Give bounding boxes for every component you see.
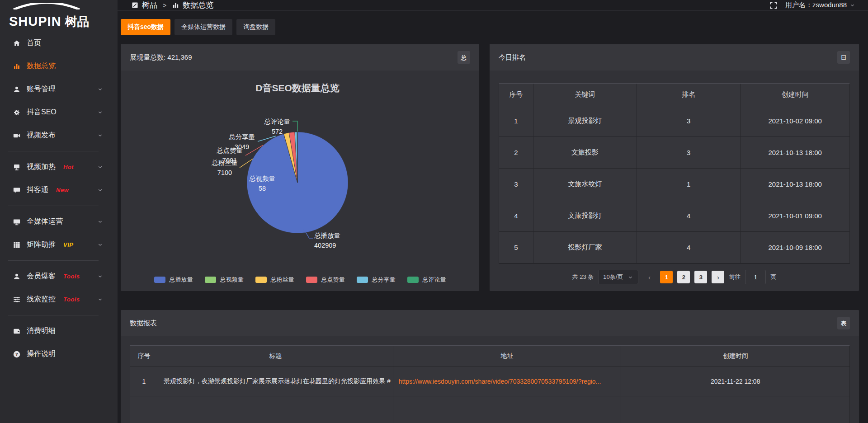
goto-label: 前往 xyxy=(729,273,741,281)
home-icon xyxy=(13,39,21,47)
breadcrumb-separator: > xyxy=(163,2,166,9)
report-col-创建时间: 创建时间 xyxy=(621,346,849,367)
legend-item-总分享量[interactable]: 总分享量 xyxy=(357,276,396,284)
report-title: 数据报表 xyxy=(130,319,157,328)
sidebar-badge: New xyxy=(56,187,69,193)
day-view-button[interactable]: 日 xyxy=(837,51,850,64)
ranking-col-序号: 序号 xyxy=(499,84,533,106)
report-cell-url: https://www.iesdouyin.com/share/video/70… xyxy=(393,367,622,396)
sidebar-item-label: 抖音SEO xyxy=(27,108,57,117)
legend-item-总播放量[interactable]: 总播放量 xyxy=(154,276,193,284)
sidebar-item-label: 账号管理 xyxy=(27,85,56,94)
menu-divider xyxy=(8,151,99,151)
ranking-cell: 文旅水纹灯 xyxy=(533,169,637,200)
logo-text-cn: 树品 xyxy=(65,16,90,28)
tab-抖音seo数据[interactable]: 抖音seo数据 xyxy=(121,19,170,35)
user-menu[interactable]: 用户名：zswodun88 xyxy=(785,1,855,9)
ranking-col-排名: 排名 xyxy=(637,84,741,106)
overview-total-label: 展现量总数: 421,369 xyxy=(130,53,192,62)
chat-icon xyxy=(13,186,21,194)
breadcrumb-item-数据总览[interactable]: 数据总览 xyxy=(172,0,213,10)
sidebar-item-label: 数据总览 xyxy=(27,61,56,71)
sidebar-badge: Tools xyxy=(63,296,80,303)
legend-item-总评论量[interactable]: 总评论量 xyxy=(407,276,446,284)
topbar: 树品>数据总览 用户名：zswodun88 xyxy=(118,0,868,11)
sidebar-item-线索监控[interactable]: 线索监控Tools xyxy=(0,288,118,311)
chevron-down-icon xyxy=(97,86,103,92)
sidebar-item-数据总览[interactable]: 数据总览 xyxy=(0,55,118,78)
report-cell-empty xyxy=(621,396,849,423)
breadcrumb-label: 数据总览 xyxy=(183,0,213,10)
sidebar-item-首页[interactable]: 首页 xyxy=(0,32,118,55)
sidebar-item-label: 线索监控 xyxy=(27,295,56,304)
heat-icon xyxy=(13,163,21,171)
sidebar-item-label: 操作说明 xyxy=(27,349,56,359)
pie-chart-area: D音SEO数据量总览总播放量402909总视频量58总粉丝量7100总点赞量76… xyxy=(121,70,479,291)
chevron-down-icon xyxy=(97,219,103,225)
sidebar-item-label: 首页 xyxy=(27,38,41,48)
ranking-cell: 2021-10-01 09:00 xyxy=(741,200,849,232)
report-panel-header: 数据报表 表 xyxy=(121,310,859,336)
ranking-cell: 2 xyxy=(499,137,533,169)
sidebar-item-label: 全媒体运营 xyxy=(27,217,63,226)
sidebar-item-矩阵助推[interactable]: 矩阵助推VIP xyxy=(0,233,118,256)
report-cell-time: 2021-11-22 12:08 xyxy=(621,367,849,396)
page-button-2[interactable]: 2 xyxy=(677,271,690,283)
logo-text-en: SHUPIN xyxy=(9,15,61,28)
legend-label: 总分享量 xyxy=(372,276,396,284)
legend-swatch xyxy=(255,277,267,283)
overview-panel: 展现量总数: 421,369 总 D音SEO数据量总览总播放量402909总视频… xyxy=(121,44,479,291)
sidebar-item-全媒体运营[interactable]: 全媒体运营 xyxy=(0,210,118,233)
page-button-3[interactable]: 3 xyxy=(694,271,707,283)
user-icon xyxy=(13,85,21,94)
legend-item-总粉丝量[interactable]: 总粉丝量 xyxy=(255,276,294,284)
video-icon xyxy=(13,132,21,140)
overview-panel-header: 展现量总数: 421,369 总 xyxy=(121,44,479,70)
tab-询盘数据[interactable]: 询盘数据 xyxy=(236,19,275,35)
ranking-cell: 投影灯厂家 xyxy=(533,232,637,263)
ranking-cell: 2021-10-13 18:00 xyxy=(741,137,849,169)
legend-label: 总点赞量 xyxy=(321,276,345,284)
chevron-down-icon xyxy=(849,2,855,8)
sidebar-item-账号管理[interactable]: 账号管理 xyxy=(0,78,118,101)
sidebar-item-抖音SEO[interactable]: 抖音SEO xyxy=(0,101,118,124)
breadcrumb-label: 树品 xyxy=(142,0,157,10)
page-size-select[interactable]: 10条/页 xyxy=(598,270,638,284)
pie-label-value-总播放量: 402909 xyxy=(314,242,336,249)
sidebar-item-视频发布[interactable]: 视频发布 xyxy=(0,124,118,147)
prev-page-button[interactable]: ‹ xyxy=(643,271,656,283)
goto-page-input[interactable] xyxy=(745,270,766,284)
pie-label-value-总粉丝量: 7100 xyxy=(217,169,232,176)
sidebar-item-操作说明[interactable]: ?操作说明 xyxy=(0,343,118,366)
sidebar-item-抖客通[interactable]: 抖客通New xyxy=(0,179,118,202)
pie-label-value-总视频量: 58 xyxy=(259,185,266,192)
video-link[interactable]: https://www.iesdouyin.com/share/video/70… xyxy=(399,378,601,385)
sidebar-item-label: 消费明细 xyxy=(27,326,56,336)
breadcrumb-item-树品[interactable]: 树品 xyxy=(131,0,157,10)
table-view-button[interactable]: 表 xyxy=(837,317,850,329)
chart-legend: 总播放量总视频量总粉丝量总点赞量总分享量总评论量 xyxy=(121,276,479,284)
edit-square-icon xyxy=(131,1,139,9)
ranking-cell: 4 xyxy=(637,200,741,232)
sidebar-item-视频加热[interactable]: 视频加热Hot xyxy=(0,155,118,179)
app-logo[interactable]: SHUPIN 树品 xyxy=(0,0,118,31)
sidebar-item-会员爆客[interactable]: 会员爆客Tools xyxy=(0,265,118,288)
ranking-cell: 2021-10-13 18:00 xyxy=(741,169,849,200)
report-cell-empty xyxy=(130,396,158,423)
ranking-cell: 4 xyxy=(637,232,741,263)
ranking-cell: 文旅投影 xyxy=(533,137,637,169)
monitor-icon xyxy=(13,218,21,226)
next-page-button[interactable]: › xyxy=(712,271,724,283)
fullscreen-icon[interactable] xyxy=(769,1,778,10)
ranking-col-创建时间: 创建时间 xyxy=(741,84,849,106)
legend-item-总视频量[interactable]: 总视频量 xyxy=(205,276,244,284)
pie-label-value-总评论量: 572 xyxy=(272,128,283,135)
legend-item-总点赞量[interactable]: 总点赞量 xyxy=(306,276,345,284)
page-button-1[interactable]: 1 xyxy=(660,271,673,283)
ranking-cell: 4 xyxy=(499,200,533,232)
page-size-value: 10条/页 xyxy=(603,273,623,281)
tab-全媒体运营数据[interactable]: 全媒体运营数据 xyxy=(175,19,232,35)
main-area: 树品>数据总览 用户名：zswodun88 抖音seo数据全媒体运营数据询盘数据 xyxy=(118,0,868,423)
sidebar-item-消费明细[interactable]: 消费明细 xyxy=(0,320,118,343)
total-view-button[interactable]: 总 xyxy=(458,51,470,64)
